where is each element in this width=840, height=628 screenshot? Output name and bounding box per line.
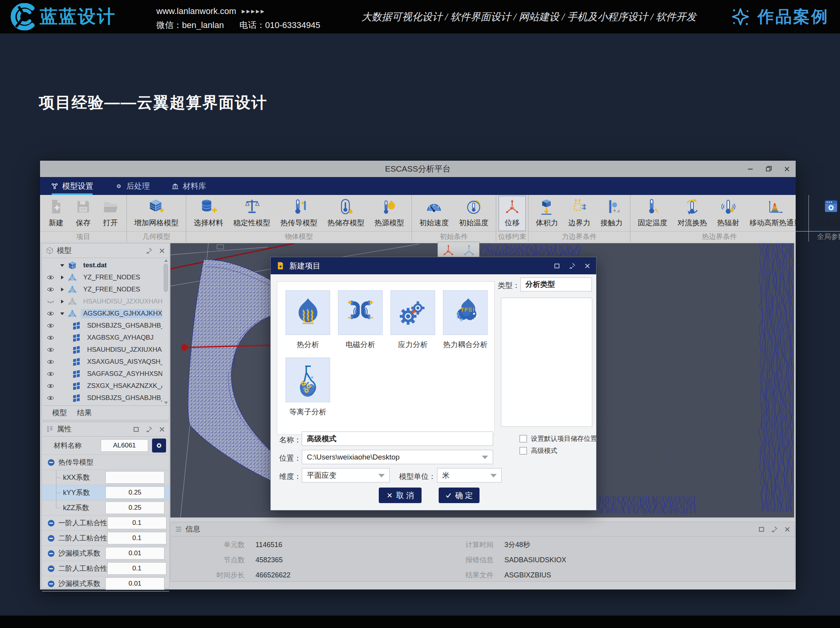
- visibility-eye-icon[interactable]: [47, 262, 54, 268]
- visibility-eye-icon[interactable]: [47, 310, 54, 317]
- property-row[interactable]: 二阶人工粘合性 0.1: [42, 531, 169, 546]
- tree-row[interactable]: test.dat: [42, 259, 162, 271]
- default-location-checkbox-row[interactable]: 设置默认项目储存位置: [520, 434, 597, 443]
- scroll-thumb[interactable]: [164, 264, 168, 292]
- property-value-field[interactable]: [105, 471, 164, 484]
- collapse-minus-icon[interactable]: [47, 550, 55, 557]
- type-list-box[interactable]: [501, 298, 592, 427]
- expand-caret-icon[interactable]: [60, 372, 65, 376]
- tree-row[interactable]: ZSXGX_HSAKAZNZXK_AHASX: [42, 380, 162, 392]
- expand-caret-icon[interactable]: [60, 360, 65, 364]
- tree-row[interactable]: HSAUHDISU_JZXIUXHAHX: [42, 344, 162, 356]
- expand-caret-icon[interactable]: [60, 396, 65, 400]
- visibility-eye-icon[interactable]: [47, 347, 54, 353]
- tree-row[interactable]: XSAXGAUS_AISYAQSH_ASHX: [42, 356, 162, 368]
- pin-icon[interactable]: [569, 263, 576, 269]
- visibility-eye-icon[interactable]: [47, 323, 54, 329]
- menu-tab[interactable]: 模型设置: [40, 177, 104, 195]
- expand-caret-icon[interactable]: [60, 347, 65, 352]
- tree-row[interactable]: SAGFASGZ_ASYHHXSN: [42, 368, 162, 380]
- type-field[interactable]: 分析类型: [520, 277, 592, 291]
- property-value-field[interactable]: 0.01: [105, 577, 164, 590]
- expand-caret-icon[interactable]: [60, 323, 65, 328]
- minimize-icon[interactable]: [747, 166, 754, 172]
- analysis-type-card[interactable]: 电磁分析: [338, 290, 382, 350]
- analysis-type-card[interactable]: 等离子分析: [286, 358, 330, 417]
- collapse-minus-icon[interactable]: [47, 535, 55, 542]
- location-select[interactable]: C:\Users\weixiaohe\Desktop: [302, 450, 493, 464]
- window-titlebar[interactable]: ESCASS分析平台: [40, 161, 796, 177]
- menu-tab[interactable]: 后处理: [104, 177, 161, 195]
- scroll-down-icon[interactable]: [164, 402, 168, 404]
- toolbar-button[interactable]: 增加网格模型: [129, 196, 184, 231]
- toolbar-button[interactable]: 热储存模型: [322, 196, 369, 231]
- toolbar-button[interactable]: 保存: [70, 196, 97, 231]
- material-name-field[interactable]: AL6061: [101, 439, 148, 452]
- expand-caret-icon[interactable]: [60, 384, 65, 388]
- restore-icon[interactable]: [133, 426, 140, 433]
- dialog-titlebar[interactable]: 新建项目: [271, 257, 596, 274]
- checkbox[interactable]: [520, 435, 527, 442]
- toolbar-button[interactable]: 移动高斯热通量: [744, 196, 806, 231]
- axes-gray-icon[interactable]: [462, 244, 476, 257]
- close-icon[interactable]: [584, 263, 591, 269]
- portfolio-link[interactable]: 作品案例: [730, 0, 829, 33]
- tree-row[interactable]: HSAUHDISU_JZXIUXHAHX: [42, 295, 162, 307]
- tree-row[interactable]: SDHSBJZS_GHSABJHB_ZAHU: [42, 392, 162, 404]
- property-row[interactable]: kXX系数: [42, 470, 169, 485]
- tree-row[interactable]: YZ_FREE_NODES: [42, 271, 162, 283]
- axes-red-icon[interactable]: [442, 244, 455, 257]
- toolbar-button[interactable]: 对流换热: [672, 196, 712, 231]
- toolbar-button[interactable]: 稳定性模型: [228, 196, 275, 231]
- collapse-minus-icon[interactable]: [47, 580, 55, 588]
- menu-tab[interactable]: 材料库: [161, 177, 217, 195]
- property-value-field[interactable]: 0.1: [107, 562, 166, 575]
- toolbar-button[interactable]: 位移: [499, 196, 526, 231]
- property-row[interactable]: 沙漏模式系数 0.01: [42, 546, 169, 561]
- visibility-eye-icon[interactable]: [47, 274, 54, 281]
- property-value-field[interactable]: 0.1: [107, 532, 166, 544]
- displacement-flyout[interactable]: [438, 242, 480, 259]
- close-icon[interactable]: [784, 526, 791, 533]
- tree-scrollbar[interactable]: [163, 259, 168, 404]
- toolbar-button[interactable]: 打开: [97, 196, 124, 231]
- visibility-eye-icon[interactable]: [47, 335, 54, 341]
- maximize-icon[interactable]: [765, 166, 772, 172]
- close-icon[interactable]: [159, 426, 165, 433]
- pin-icon[interactable]: [146, 426, 152, 433]
- panel-tab[interactable]: 模型: [42, 406, 67, 420]
- property-value-field[interactable]: 0.01: [105, 547, 164, 560]
- toolbar-button[interactable]: 边界力: [563, 196, 595, 231]
- expand-caret-icon[interactable]: [60, 263, 65, 268]
- close-icon[interactable]: [159, 247, 165, 254]
- toolbar-button[interactable]: 热源模型: [369, 196, 409, 231]
- advanced-mode-checkbox-row[interactable]: 高级模式: [520, 446, 557, 455]
- cancel-button[interactable]: 取 消: [379, 488, 422, 503]
- panel-tab[interactable]: 结果: [67, 406, 92, 420]
- toolbar-button[interactable]: 初始温度: [454, 196, 494, 231]
- property-row[interactable]: kYY系数 0.25: [42, 485, 169, 500]
- expand-caret-icon[interactable]: [60, 287, 65, 292]
- restore-icon[interactable]: [554, 263, 560, 269]
- restore-icon[interactable]: [758, 526, 765, 533]
- toolbar-button[interactable]: 初始速度: [414, 196, 454, 231]
- expand-caret-icon[interactable]: [60, 275, 65, 280]
- tree-row[interactable]: AGSGKJKG_GJHXAJKHXA: [42, 307, 162, 319]
- dimension-select[interactable]: 平面应变: [302, 468, 390, 482]
- visibility-eye-icon[interactable]: [47, 286, 54, 293]
- toolbar-button[interactable]: 全局设置: [811, 196, 840, 231]
- analysis-type-card[interactable]: 热分析: [286, 290, 330, 350]
- checkbox[interactable]: [520, 447, 527, 454]
- tree-row[interactable]: SDHSBJZS_GHSABJHB_ZAHU: [42, 319, 162, 332]
- expand-caret-icon[interactable]: [60, 335, 65, 340]
- toolbar-button[interactable]: 体积力: [531, 196, 563, 231]
- collapse-minus-icon[interactable]: [47, 519, 55, 527]
- name-field[interactable]: 高级模式: [302, 432, 493, 446]
- pin-icon[interactable]: [771, 526, 778, 533]
- toolbar-button[interactable]: 选择材料: [189, 196, 228, 231]
- tree-row[interactable]: YZ_FREE_NODES: [42, 283, 162, 295]
- close-icon[interactable]: [784, 166, 790, 172]
- unit-select[interactable]: 米: [437, 468, 502, 482]
- analysis-type-card[interactable]: 应力分析: [391, 290, 435, 350]
- analysis-type-card[interactable]: TFSI 热力耦合分析: [443, 290, 487, 350]
